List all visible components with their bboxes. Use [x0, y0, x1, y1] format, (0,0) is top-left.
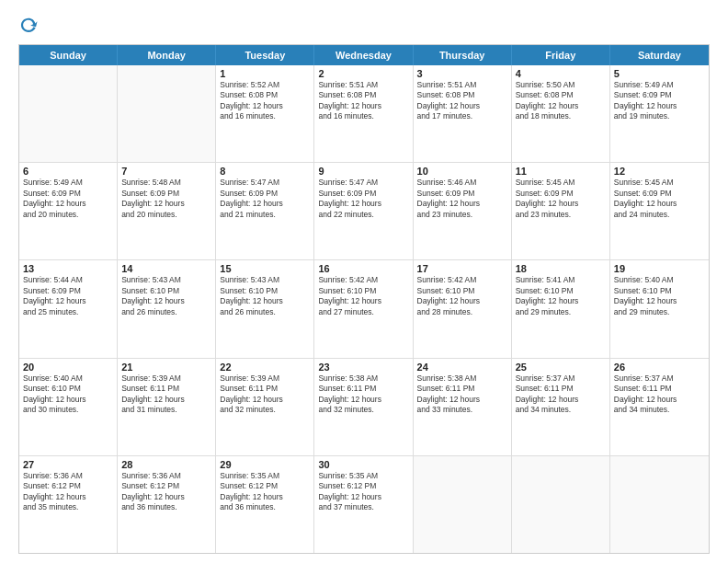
cal-cell: 6Sunrise: 5:49 AMSunset: 6:09 PMDaylight…: [19, 163, 118, 259]
cell-line: Sunset: 6:12 PM: [220, 481, 310, 491]
cal-cell: [118, 65, 216, 162]
cell-line: and 21 minutes.: [220, 210, 310, 220]
week-row-2: 6Sunrise: 5:49 AMSunset: 6:09 PMDaylight…: [19, 163, 709, 260]
cal-cell: 26Sunrise: 5:37 AMSunset: 6:11 PMDayligh…: [610, 359, 709, 455]
day-number: 13: [23, 263, 113, 274]
cell-line: Sunset: 6:09 PM: [23, 189, 113, 199]
week-row-4: 20Sunrise: 5:40 AMSunset: 6:10 PMDayligh…: [19, 359, 709, 456]
cell-line: and 19 minutes.: [614, 111, 705, 121]
cell-line: Sunset: 6:10 PM: [614, 286, 705, 296]
cal-cell: [610, 456, 709, 553]
cell-line: and 20 minutes.: [23, 210, 113, 220]
cal-cell: 21Sunrise: 5:39 AMSunset: 6:11 PMDayligh…: [118, 359, 216, 455]
cell-line: Sunset: 6:12 PM: [121, 481, 211, 491]
cell-line: Sunrise: 5:40 AM: [614, 275, 705, 285]
cell-line: Sunrise: 5:39 AM: [121, 373, 211, 384]
cell-line: Sunrise: 5:38 AM: [417, 373, 507, 384]
cell-line: Daylight: 12 hours: [417, 101, 507, 111]
cell-line: Sunrise: 5:42 AM: [318, 275, 408, 285]
cell-line: Daylight: 12 hours: [516, 199, 606, 209]
calendar-header: SundayMondayTuesdayWednesdayThursdayFrid…: [19, 45, 709, 65]
header-day-wednesday: Wednesday: [314, 45, 413, 65]
cell-line: Daylight: 12 hours: [318, 101, 408, 111]
cell-line: Daylight: 12 hours: [220, 101, 310, 111]
cell-line: Sunset: 6:09 PM: [417, 189, 507, 199]
cell-line: and 31 minutes.: [121, 405, 211, 415]
cal-cell: 11Sunrise: 5:45 AMSunset: 6:09 PMDayligh…: [512, 163, 610, 259]
cell-line: Sunset: 6:09 PM: [220, 189, 310, 199]
cell-line: Sunrise: 5:38 AM: [318, 373, 408, 384]
cal-cell: 9Sunrise: 5:47 AMSunset: 6:09 PMDaylight…: [314, 163, 413, 259]
cell-line: Sunset: 6:09 PM: [516, 189, 606, 199]
cell-line: and 30 minutes.: [23, 405, 113, 415]
cell-line: Sunset: 6:09 PM: [318, 189, 408, 199]
cell-line: Sunrise: 5:46 AM: [417, 178, 507, 188]
day-number: 8: [220, 166, 310, 177]
cell-line: Sunset: 6:09 PM: [614, 90, 705, 100]
cell-line: and 34 minutes.: [516, 405, 606, 415]
day-number: 1: [220, 68, 310, 79]
cell-line: Daylight: 12 hours: [614, 395, 705, 405]
header-day-thursday: Thursday: [414, 45, 512, 65]
cal-cell: 13Sunrise: 5:44 AMSunset: 6:09 PMDayligh…: [19, 260, 118, 357]
cell-line: Sunrise: 5:49 AM: [614, 80, 705, 90]
cell-line: Sunrise: 5:52 AM: [220, 80, 310, 90]
cell-line: Sunset: 6:10 PM: [417, 286, 507, 296]
day-number: 14: [121, 263, 211, 274]
calendar: SundayMondayTuesdayWednesdayThursdayFrid…: [18, 44, 710, 554]
cell-line: Sunrise: 5:37 AM: [516, 373, 606, 384]
cell-line: Sunrise: 5:37 AM: [614, 373, 705, 384]
cell-line: Sunrise: 5:45 AM: [614, 178, 705, 188]
day-number: 28: [121, 459, 211, 470]
cell-line: Sunset: 6:11 PM: [318, 384, 408, 394]
cell-line: Sunrise: 5:41 AM: [516, 275, 606, 285]
cell-line: and 36 minutes.: [220, 502, 310, 512]
day-number: 23: [318, 362, 408, 373]
cell-line: Sunset: 6:10 PM: [23, 384, 113, 394]
cell-line: Sunrise: 5:35 AM: [220, 471, 310, 481]
day-number: 16: [318, 263, 408, 274]
cell-line: Sunset: 6:11 PM: [516, 384, 606, 394]
cell-line: Sunset: 6:08 PM: [318, 90, 408, 100]
day-number: 20: [23, 362, 113, 373]
cell-line: and 27 minutes.: [318, 307, 408, 317]
cell-line: Daylight: 12 hours: [220, 492, 310, 502]
cal-cell: 18Sunrise: 5:41 AMSunset: 6:10 PMDayligh…: [512, 260, 610, 357]
cell-line: and 17 minutes.: [417, 111, 507, 121]
header-day-friday: Friday: [512, 45, 610, 65]
week-row-1: 1Sunrise: 5:52 AMSunset: 6:08 PMDaylight…: [19, 65, 709, 163]
cell-line: Daylight: 12 hours: [516, 296, 606, 306]
day-number: 22: [220, 362, 310, 373]
cell-line: Sunrise: 5:50 AM: [516, 80, 606, 90]
cell-line: Sunset: 6:11 PM: [220, 384, 310, 394]
day-number: 18: [516, 263, 606, 274]
cell-line: and 37 minutes.: [318, 502, 408, 512]
cell-line: and 28 minutes.: [417, 307, 507, 317]
cell-line: Sunset: 6:11 PM: [121, 384, 211, 394]
cal-cell: 1Sunrise: 5:52 AMSunset: 6:08 PMDaylight…: [216, 65, 314, 162]
cell-line: Daylight: 12 hours: [318, 199, 408, 209]
cal-cell: 24Sunrise: 5:38 AMSunset: 6:11 PMDayligh…: [414, 359, 512, 455]
day-number: 26: [614, 362, 705, 373]
cal-cell: 28Sunrise: 5:36 AMSunset: 6:12 PMDayligh…: [118, 456, 216, 553]
cell-line: and 36 minutes.: [121, 502, 211, 512]
cal-cell: 15Sunrise: 5:43 AMSunset: 6:10 PMDayligh…: [216, 260, 314, 357]
day-number: 17: [417, 263, 507, 274]
cell-line: Sunrise: 5:36 AM: [23, 471, 113, 481]
cell-line: Daylight: 12 hours: [23, 395, 113, 405]
cell-line: Daylight: 12 hours: [121, 296, 211, 306]
cal-cell: [414, 456, 512, 553]
day-number: 6: [23, 166, 113, 177]
cell-line: Sunrise: 5:48 AM: [121, 178, 211, 188]
cal-cell: 5Sunrise: 5:49 AMSunset: 6:09 PMDaylight…: [610, 65, 709, 162]
day-number: 3: [417, 68, 507, 79]
cell-line: Sunset: 6:08 PM: [417, 90, 507, 100]
cell-line: Sunrise: 5:35 AM: [318, 471, 408, 481]
cal-cell: 30Sunrise: 5:35 AMSunset: 6:12 PMDayligh…: [314, 456, 413, 553]
cell-line: Daylight: 12 hours: [516, 101, 606, 111]
cell-line: Sunset: 6:08 PM: [516, 90, 606, 100]
cell-line: Sunrise: 5:43 AM: [220, 275, 310, 285]
day-number: 25: [516, 362, 606, 373]
cell-line: and 34 minutes.: [614, 405, 705, 415]
logo-icon: [18, 15, 39, 35]
